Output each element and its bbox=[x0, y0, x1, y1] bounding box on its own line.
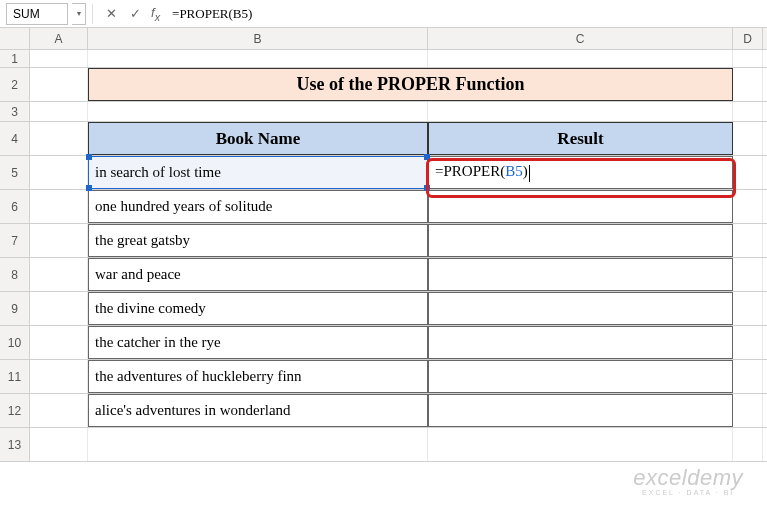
cell-B6[interactable]: one hundred years of solitude bbox=[88, 190, 428, 223]
cell-D1[interactable] bbox=[733, 50, 763, 67]
range-handle[interactable] bbox=[86, 154, 92, 160]
row-header-7[interactable]: 7 bbox=[0, 224, 30, 257]
cell-A8[interactable] bbox=[30, 258, 88, 291]
cell-B11[interactable]: the adventures of huckleberry finn bbox=[88, 360, 428, 393]
col-header-C[interactable]: C bbox=[428, 28, 733, 49]
col-header-D[interactable]: D bbox=[733, 28, 763, 49]
row-header-1[interactable]: 1 bbox=[0, 50, 30, 67]
cell-D11[interactable] bbox=[733, 360, 763, 393]
cell-A13[interactable] bbox=[30, 428, 88, 461]
row-header-3[interactable]: 3 bbox=[0, 102, 30, 121]
cell-C3[interactable] bbox=[428, 102, 733, 121]
cell-C10[interactable] bbox=[428, 326, 733, 359]
cell-C5-active[interactable]: =PROPER(B5) bbox=[428, 156, 733, 189]
cell-D4[interactable] bbox=[733, 122, 763, 155]
row-header-4[interactable]: 4 bbox=[0, 122, 30, 155]
cell-C12[interactable] bbox=[428, 394, 733, 427]
cell-A9[interactable] bbox=[30, 292, 88, 325]
col-header-B[interactable]: B bbox=[88, 28, 428, 49]
cell-B1[interactable] bbox=[88, 50, 428, 67]
row-header-12[interactable]: 12 bbox=[0, 394, 30, 427]
cell-B12[interactable]: alice's adventures in wonderland bbox=[88, 394, 428, 427]
spreadsheet-grid: A B C D 1 2 Use of the PROPER Function 3… bbox=[0, 28, 767, 462]
row-1: 1 bbox=[0, 50, 767, 68]
fx-label[interactable]: fx bbox=[151, 5, 160, 23]
title-cell[interactable]: Use of the PROPER Function bbox=[88, 68, 733, 101]
row-6: 6 one hundred years of solitude bbox=[0, 190, 767, 224]
row-13: 13 bbox=[0, 428, 767, 462]
cell-C8[interactable] bbox=[428, 258, 733, 291]
cancel-icon: ✕ bbox=[106, 6, 117, 21]
cell-C13[interactable] bbox=[428, 428, 733, 461]
cell-B8[interactable]: war and peace bbox=[88, 258, 428, 291]
cell-D8[interactable] bbox=[733, 258, 763, 291]
row-12: 12 alice's adventures in wonderland bbox=[0, 394, 767, 428]
row-header-5[interactable]: 5 bbox=[0, 156, 30, 189]
cell-D2[interactable] bbox=[733, 68, 763, 101]
select-all-corner[interactable] bbox=[0, 28, 30, 49]
watermark: exceldemy EXCEL · DATA · BI bbox=[633, 465, 743, 496]
name-box[interactable]: SUM bbox=[6, 3, 68, 25]
watermark-sub: EXCEL · DATA · BI bbox=[633, 489, 743, 496]
cell-C11[interactable] bbox=[428, 360, 733, 393]
cell-text: in search of lost time bbox=[95, 164, 221, 181]
col-header-A[interactable]: A bbox=[30, 28, 88, 49]
cell-C1[interactable] bbox=[428, 50, 733, 67]
row-7: 7 the great gatsby bbox=[0, 224, 767, 258]
cell-D13[interactable] bbox=[733, 428, 763, 461]
range-handle[interactable] bbox=[86, 185, 92, 191]
cell-D10[interactable] bbox=[733, 326, 763, 359]
cell-A2[interactable] bbox=[30, 68, 88, 101]
cell-D9[interactable] bbox=[733, 292, 763, 325]
cell-A12[interactable] bbox=[30, 394, 88, 427]
cell-A11[interactable] bbox=[30, 360, 88, 393]
header-book-name[interactable]: Book Name bbox=[88, 122, 428, 155]
row-header-2[interactable]: 2 bbox=[0, 68, 30, 101]
cell-B7[interactable]: the great gatsby bbox=[88, 224, 428, 257]
cell-B13[interactable] bbox=[88, 428, 428, 461]
row-5: 5 in search of lost time =PROPER(B5) bbox=[0, 156, 767, 190]
cell-A5[interactable] bbox=[30, 156, 88, 189]
chevron-down-icon: ▾ bbox=[77, 9, 81, 18]
divider bbox=[92, 4, 93, 24]
row-11: 11 the adventures of huckleberry finn bbox=[0, 360, 767, 394]
cell-D6[interactable] bbox=[733, 190, 763, 223]
row-header-6[interactable]: 6 bbox=[0, 190, 30, 223]
cell-B3[interactable] bbox=[88, 102, 428, 121]
text-cursor bbox=[529, 165, 530, 182]
range-handle[interactable] bbox=[424, 185, 430, 191]
row-header-10[interactable]: 10 bbox=[0, 326, 30, 359]
cell-A1[interactable] bbox=[30, 50, 88, 67]
cell-A3[interactable] bbox=[30, 102, 88, 121]
row-header-9[interactable]: 9 bbox=[0, 292, 30, 325]
cell-C7[interactable] bbox=[428, 224, 733, 257]
cell-A4[interactable] bbox=[30, 122, 88, 155]
cancel-button[interactable]: ✕ bbox=[99, 3, 123, 25]
header-result[interactable]: Result bbox=[428, 122, 733, 155]
row-3: 3 bbox=[0, 102, 767, 122]
column-headers: A B C D bbox=[0, 28, 767, 50]
row-9: 9 the divine comedy bbox=[0, 292, 767, 326]
cell-A7[interactable] bbox=[30, 224, 88, 257]
row-header-13[interactable]: 13 bbox=[0, 428, 30, 461]
row-10: 10 the catcher in the rye bbox=[0, 326, 767, 360]
cell-D3[interactable] bbox=[733, 102, 763, 121]
formula-input[interactable]: =PROPER(B5) bbox=[168, 6, 767, 22]
cell-B9[interactable]: the divine comedy bbox=[88, 292, 428, 325]
cell-D7[interactable] bbox=[733, 224, 763, 257]
name-box-dropdown[interactable]: ▾ bbox=[72, 3, 86, 25]
enter-button[interactable]: ✓ bbox=[123, 3, 147, 25]
row-header-11[interactable]: 11 bbox=[0, 360, 30, 393]
cell-D12[interactable] bbox=[733, 394, 763, 427]
cell-A6[interactable] bbox=[30, 190, 88, 223]
cell-A10[interactable] bbox=[30, 326, 88, 359]
cell-B5[interactable]: in search of lost time bbox=[88, 156, 428, 189]
check-icon: ✓ bbox=[130, 6, 141, 21]
cell-B10[interactable]: the catcher in the rye bbox=[88, 326, 428, 359]
cell-C9[interactable] bbox=[428, 292, 733, 325]
cell-D5[interactable] bbox=[733, 156, 763, 189]
cell-C6[interactable] bbox=[428, 190, 733, 223]
row-header-8[interactable]: 8 bbox=[0, 258, 30, 291]
range-handle[interactable] bbox=[424, 154, 430, 160]
formula-display: =PROPER(B5) bbox=[435, 163, 530, 181]
